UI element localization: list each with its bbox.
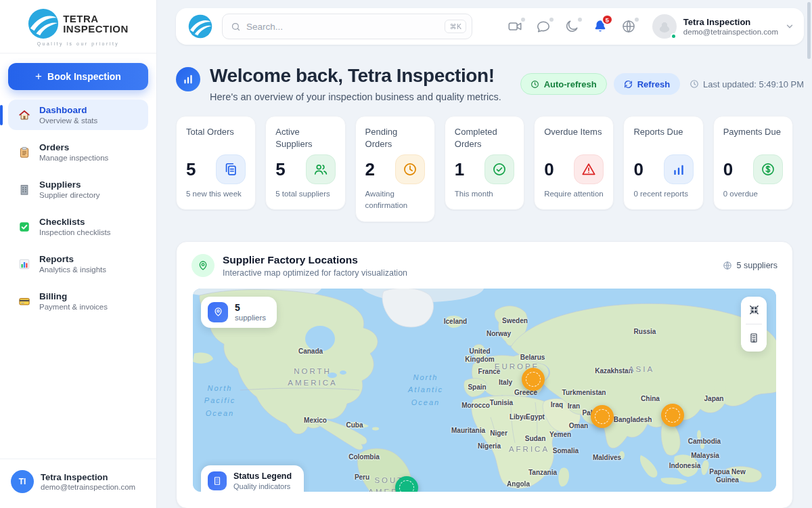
supplier-marker-warning[interactable] (591, 405, 614, 428)
fit-bounds-button[interactable] (741, 297, 767, 324)
sidebar-item-label: Orders (39, 142, 108, 152)
sidebar-item-billing[interactable]: BillingPayment & invoices (8, 286, 148, 316)
video-icon[interactable] (508, 19, 522, 34)
stat-label: Overdue Items (544, 126, 604, 150)
home-icon (18, 108, 31, 122)
stat-sublabel: This month (455, 188, 514, 200)
stat-value: 2 (365, 159, 375, 180)
map-pin-icon (191, 254, 215, 277)
sidebar-item-sublabel: Manage inspections (39, 154, 108, 162)
search-icon (231, 22, 241, 32)
last-updated: Last updated: 5:49:10 PM (690, 79, 804, 89)
building-icon (18, 183, 31, 196)
bell-icon[interactable]: 5 (593, 19, 608, 34)
sidebar: TETRA INSPECTION Quality is our priority… (0, 0, 157, 508)
tetra-logo-icon (28, 8, 59, 39)
search-box[interactable]: ⌘K (222, 14, 472, 39)
copy-icon (216, 154, 246, 184)
overlay-supplier-count: 5 (235, 302, 266, 313)
auto-refresh-button[interactable]: Auto-refresh (520, 73, 607, 95)
stat-sublabel: 0 overdue (723, 188, 783, 200)
bar-chart-icon (176, 67, 200, 91)
supplier-marker-warning[interactable] (661, 404, 684, 427)
chart-icon (18, 257, 31, 271)
tetra-logo-icon (188, 14, 212, 39)
sidebar-item-checklists[interactable]: ChecklistsInspection checklists (8, 211, 148, 242)
stat-card-reports-due[interactable]: Reports Due00 recent reports (623, 116, 703, 210)
sidebar-nav: DashboardOverview & statsOrdersManage in… (0, 94, 156, 322)
stat-sublabel: Require attention (544, 188, 604, 200)
clipboard-icon (18, 146, 31, 159)
overlay-supplier-label: suppliers (235, 314, 266, 322)
clock-icon (690, 79, 699, 89)
people-icon (306, 154, 336, 184)
building-icon (208, 471, 227, 490)
sidebar-item-sublabel: Analytics & insights (39, 266, 106, 274)
stat-card-payments-due[interactable]: Payments Due00 overdue (713, 116, 793, 210)
stat-label: Payments Due (723, 126, 783, 150)
stats-row: Total Orders55 new this weekActive Suppl… (176, 116, 793, 222)
page-title: Welcome back, Tetra Inspection! (210, 65, 501, 87)
bars-icon (664, 154, 694, 184)
status-dot (549, 18, 554, 22)
sidebar-item-dashboard[interactable]: DashboardOverview & stats (8, 100, 148, 130)
user-name: Tetra Inspection (41, 472, 135, 482)
sidebar-item-label: Dashboard (39, 105, 97, 115)
world-map[interactable]: IcelandSwedenNorwayRussiaCanadaUnitedKin… (193, 289, 776, 492)
stat-value: 0 (633, 159, 643, 180)
sidebar-item-orders[interactable]: OrdersManage inspections (8, 137, 148, 167)
moon-icon[interactable] (564, 19, 579, 34)
factory-view-button[interactable] (741, 324, 767, 352)
stat-card-pending-orders[interactable]: Pending Orders2Awaiting confirmation (355, 116, 435, 222)
map-pin-icon (208, 302, 228, 322)
map-suppliers-overlay[interactable]: 5 suppliers (201, 297, 277, 328)
welcome-header: Welcome back, Tetra Inspection! Here's a… (176, 65, 804, 102)
checklist-icon (18, 220, 31, 234)
status-legend[interactable]: Status Legend Quality indicators (201, 465, 304, 492)
supplier-map-card: Supplier Factory Locations Interactive m… (176, 241, 793, 508)
topbar: ⌘K 5 Tetra Inspection demo@tetrainspecti… (176, 8, 804, 45)
stat-value: 1 (455, 159, 464, 180)
stat-sublabel: 5 new this week (186, 188, 246, 200)
map-section-subtitle: Interactive map optimized for factory vi… (223, 268, 407, 278)
map-controls (741, 297, 767, 352)
legend-title: Status Legend (233, 471, 292, 481)
suppliers-count: 5 suppliers (723, 261, 777, 270)
world-map-canvas (193, 289, 776, 492)
card-icon (18, 295, 31, 308)
sidebar-user[interactable]: TI Tetra Inspection demo@tetrainspection… (0, 459, 156, 508)
stat-card-overdue-items[interactable]: Overdue Items0Require attention (534, 116, 614, 210)
building-icon (748, 333, 759, 343)
chat-icon[interactable] (536, 19, 551, 34)
page-subtitle: Here's an overview of your inspection bu… (210, 91, 501, 102)
logo-text: TETRA INSPECTION (63, 14, 129, 35)
stat-value: 0 (723, 159, 733, 180)
stat-card-active-suppliers[interactable]: Active Suppliers55 total suppliers (265, 116, 345, 210)
sidebar-item-suppliers[interactable]: SuppliersSupplier directory (8, 174, 148, 205)
scrollbar[interactable] (807, 2, 811, 59)
account-menu[interactable]: Tetra Inspection demo@tetrainspection.co… (652, 14, 794, 39)
app-logo: TETRA INSPECTION Quality is our priority (0, 0, 156, 54)
avatar: TI (11, 470, 34, 493)
stat-label: Active Suppliers (275, 126, 335, 150)
notification-badge: 5 (602, 14, 613, 25)
globe-icon[interactable] (621, 19, 636, 34)
refresh-button[interactable]: Refresh (614, 73, 680, 95)
avatar (652, 14, 677, 39)
main-content: ⌘K 5 Tetra Inspection demo@tetrainspecti… (157, 0, 812, 508)
supplier-marker-warning[interactable] (522, 368, 545, 391)
book-inspection-button[interactable]: + Book Inspection (8, 63, 148, 90)
sidebar-item-label: Billing (39, 291, 108, 301)
stat-card-total-orders[interactable]: Total Orders55 new this week (176, 116, 256, 210)
stat-card-completed-orders[interactable]: Completed Orders1This month (445, 116, 524, 210)
user-email: demo@tetrainspection.com (41, 483, 135, 491)
warning-icon (574, 154, 604, 184)
sidebar-item-sublabel: Payment & invoices (39, 303, 108, 311)
dollar-icon (753, 154, 783, 184)
stat-label: Pending Orders (365, 126, 425, 150)
check-icon (484, 154, 514, 184)
search-input[interactable] (246, 22, 439, 32)
clock-icon (395, 154, 425, 184)
sidebar-item-reports[interactable]: ReportsAnalytics & insights (8, 249, 148, 279)
refresh-icon (624, 80, 633, 89)
